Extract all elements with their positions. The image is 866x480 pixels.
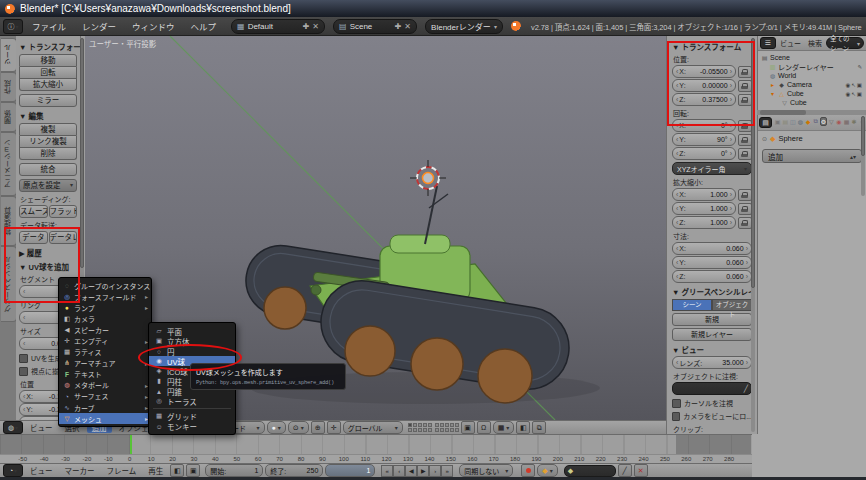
mesh-item-grid[interactable]: ▦グリッド: [149, 411, 235, 421]
constraints-tab-icon[interactable]: ⧉: [812, 117, 819, 126]
add-menu-item-mesh[interactable]: ▽メッシュ▸: [59, 413, 151, 424]
lock-icon[interactable]: [738, 217, 752, 229]
timeline-playhead[interactable]: [130, 435, 132, 454]
gp-new-button[interactable]: 新規: [672, 313, 752, 326]
current-frame-field[interactable]: 1: [325, 464, 375, 477]
texture-tab-icon[interactable]: ▦: [843, 117, 850, 126]
add-menu-item-lamp[interactable]: ●ランプ▸: [59, 302, 151, 313]
duplicate-button[interactable]: 複製: [19, 123, 77, 136]
n-location-z-field[interactable]: Z:0.37500: [672, 93, 736, 106]
expander-icon[interactable]: ▸: [769, 81, 776, 88]
tab-relations[interactable]: 関係: [1, 102, 17, 132]
object-tab-icon[interactable]: ◆: [805, 117, 812, 126]
add-menu-item-camera[interactable]: ◧カメラ: [59, 313, 151, 324]
scene-selector[interactable]: ▤ Scene ✚ ✕: [333, 19, 417, 34]
add-menu-item-speaker[interactable]: ◀スピーカー: [59, 324, 151, 335]
render-layers-tab-icon[interactable]: ▤: [782, 117, 789, 126]
close-layout-icon[interactable]: ✕: [312, 22, 319, 31]
align-to-view-checkbox[interactable]: [19, 367, 28, 376]
timeline-view-menu[interactable]: ビュー: [25, 465, 58, 476]
lock-to-cursor-checkbox[interactable]: [672, 399, 681, 408]
timeline-marker-menu[interactable]: マーカー: [60, 465, 100, 476]
snap-element-dropdown[interactable]: ▦▾: [493, 421, 515, 434]
outliner-row-cube[interactable]: ▾△Cube◉↖▣: [761, 89, 866, 98]
data-button[interactable]: データ: [19, 231, 48, 244]
viewport-shading-dropdown[interactable]: ●▾: [267, 421, 286, 434]
delete-button[interactable]: 削除: [19, 148, 77, 160]
lock-icon[interactable]: [738, 148, 752, 160]
add-menu-item-lattice[interactable]: ▦ラティス: [59, 347, 151, 358]
end-frame-field[interactable]: 終了: 250: [265, 464, 323, 477]
n-rotation-y-field[interactable]: Y:90°: [672, 133, 736, 146]
menu-render[interactable]: レンダー: [75, 20, 123, 32]
n-dim-x-field[interactable]: X:0.060: [672, 242, 752, 255]
lens-field[interactable]: レンズ:35.000: [672, 356, 752, 369]
sync-dropdown[interactable]: 同期しない ▾: [459, 464, 513, 477]
world-tab-icon[interactable]: ◍: [797, 117, 804, 126]
prev-keyframe-icon[interactable]: ‹: [393, 465, 405, 477]
keying-set-field[interactable]: ◆: [564, 465, 616, 477]
record-icon[interactable]: [521, 464, 535, 477]
object-data-tab-icon[interactable]: ▽: [828, 117, 835, 126]
properties-scrollbar[interactable]: [861, 116, 865, 196]
menu-window[interactable]: ウィンドウ: [125, 20, 182, 32]
delete-keyframe-icon[interactable]: ✕: [634, 464, 648, 477]
rotate-button[interactable]: 回転: [19, 67, 77, 79]
n-rotation-x-field[interactable]: X:0°: [672, 119, 736, 132]
snap-magnet-icon[interactable]: Ω: [477, 421, 491, 434]
editor-type-outliner-icon[interactable]: ☰: [760, 37, 776, 49]
set-origin-dropdown[interactable]: 原点を設定 ▾: [19, 179, 77, 192]
view-menu[interactable]: ビュー: [25, 422, 58, 433]
add-menu-item-curve[interactable]: ∿カーブ▸: [59, 402, 151, 413]
particles-tab-icon[interactable]: ✱: [851, 117, 858, 126]
outliner-view-menu[interactable]: ビュー: [777, 38, 804, 48]
mirror-button[interactable]: ミラー: [19, 94, 77, 107]
tab-animation[interactable]: アニメーション: [1, 132, 17, 196]
timeline-playback-menu[interactable]: 再生: [143, 465, 168, 476]
rotation-mode-dropdown[interactable]: XYZオイラー角▾: [672, 162, 752, 175]
n-transform-header[interactable]: ▼ トランスフォーム: [672, 41, 752, 52]
outliner-filter-dropdown[interactable]: 全てのシーン ▾: [826, 37, 864, 49]
move-button[interactable]: 移動: [19, 54, 77, 67]
jump-to-end-icon[interactable]: »: [441, 465, 453, 477]
transform-panel-header[interactable]: ▼ トランスフォーム: [19, 41, 77, 52]
lock-icon[interactable]: [738, 94, 752, 106]
tab-tools[interactable]: ツール: [1, 38, 17, 72]
add-scene-icon[interactable]: ✚: [395, 22, 402, 31]
editor-type-timeline-icon[interactable]: ◔▾: [3, 464, 23, 477]
layers-widget[interactable]: [408, 423, 459, 432]
expander-icon[interactable]: ▾: [769, 90, 776, 97]
add-menu-item-armature[interactable]: ⋔アーマチュア▸: [59, 358, 151, 369]
pivot-align-icon[interactable]: ⊕: [311, 421, 325, 434]
renderable-icon[interactable]: ▣: [857, 91, 862, 97]
n-scale-y-field[interactable]: Y:1.000: [672, 202, 736, 215]
editor-type-3dview-icon[interactable]: ◍▾: [3, 421, 23, 434]
selectable-icon[interactable]: ↖: [851, 82, 856, 88]
menu-help[interactable]: ヘルプ: [184, 20, 224, 32]
screen-layout-selector[interactable]: ▦ Default ✚ ✕: [231, 19, 325, 34]
render-toggle-icon[interactable]: ✎: [857, 64, 862, 70]
play-icon[interactable]: ▶: [417, 465, 429, 477]
add-menu-item-metaball[interactable]: ◍メタボール▸: [59, 380, 151, 391]
menu-file[interactable]: ファイル: [25, 20, 73, 32]
edit-panel-header[interactable]: ▼ 編集: [19, 110, 77, 121]
n-scale-x-field[interactable]: X:1.000: [672, 188, 736, 201]
manipulator-icon[interactable]: ✛: [327, 421, 341, 434]
visibility-eye-icon[interactable]: ◉: [845, 91, 850, 97]
lock-to-scene-icon[interactable]: ▣: [461, 421, 475, 434]
selectable-icon[interactable]: ↖: [851, 91, 856, 97]
play-reverse-icon[interactable]: ◀: [405, 465, 417, 477]
n-rotation-z-field[interactable]: Z:0°: [672, 147, 736, 160]
add-uv-sphere-panel-header[interactable]: ▼ UV球を追加: [19, 261, 77, 272]
mesh-item-cube[interactable]: ▣立方体: [149, 336, 235, 346]
link-duplicate-button[interactable]: リンク複製: [19, 136, 77, 148]
render-tab-icon[interactable]: ▣: [774, 117, 781, 126]
start-frame-field[interactable]: 開始: 1: [205, 464, 263, 477]
modifiers-tab-icon[interactable]: ⚙: [820, 117, 827, 126]
add-menu-item-empty[interactable]: ✛エンプティ▸: [59, 335, 151, 346]
outliner-row-world[interactable]: ◍World: [761, 71, 866, 80]
mesh-item-torus[interactable]: ◎トーラス: [149, 396, 235, 406]
n-location-x-field[interactable]: X:-0.05500: [672, 65, 736, 78]
join-button[interactable]: 統合: [19, 163, 77, 176]
timeline-ruler[interactable]: -50-40-30-20-100102030405060708090100110…: [0, 454, 752, 463]
